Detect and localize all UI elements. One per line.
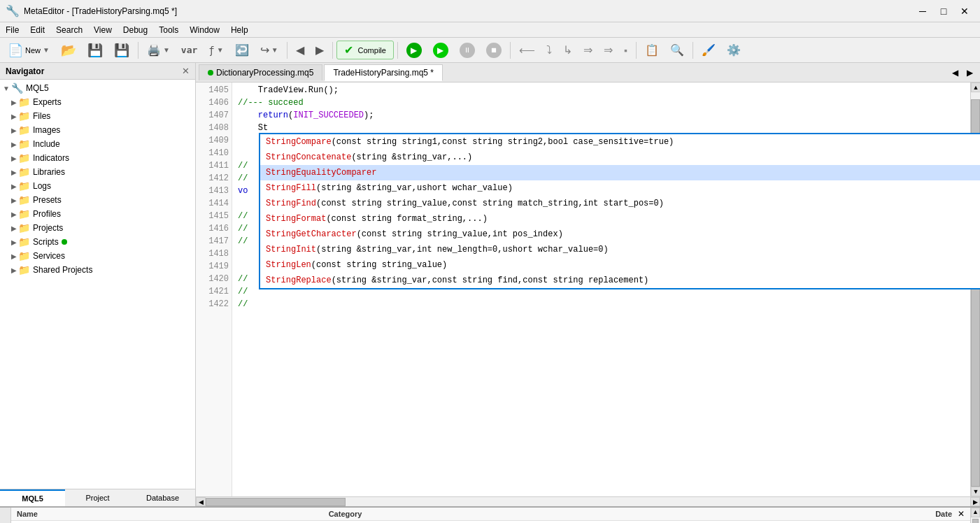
new-button[interactable]: 📄 New ▼ [3,40,55,61]
tree-item-profiles[interactable]: ▶ 📁 Profiles [0,207,195,221]
tree-item-presets[interactable]: ▶ 📁 Presets [0,193,195,207]
tree-item-libraries[interactable]: ▶ 📁 Libraries [0,165,195,179]
ac-item-stringfill[interactable]: StringFill(string &string_var,ushort wch… [260,180,980,196]
step-right-button[interactable]: ⇒ [599,41,618,59]
step-out-button[interactable]: ⇒ [578,41,597,59]
hscroll-left-button[interactable]: ◀ [196,497,206,506]
menu-view[interactable]: View [88,24,118,36]
bottom-scroll-up[interactable]: ▲ [971,508,980,517]
menu-search[interactable]: Search [50,24,88,36]
forward-icon: ▶ [315,43,324,57]
tree-root-mql5[interactable]: ▼ 🔧 MQL5 [0,81,195,95]
open-button[interactable]: 📂 [56,40,81,61]
bottom-scroll-thumb[interactable] [972,519,979,523]
undo-button[interactable]: ↩️ [230,41,254,59]
bottom-scrollbar[interactable]: ▲ ▼ [970,508,980,523]
tree-item-indicators[interactable]: ▶ 📁 Indicators [0,151,195,165]
hscroll-thumb[interactable] [206,498,346,506]
ac-item-stringlen[interactable]: StringLen(const string string_value) [260,257,980,273]
hscroll-right-button[interactable]: ▶ [970,497,980,506]
menu-tools[interactable]: Tools [153,24,184,36]
line-num-1416: 1416 [199,222,229,235]
tree-item-experts[interactable]: ▶ 📁 Experts [0,95,195,109]
toolbar-sep-1 [138,42,139,59]
tree-label-images: Images [33,125,60,135]
menu-window[interactable]: Window [184,24,225,36]
settings-button[interactable]: ⚙️ [722,41,746,59]
copy-icon: 📋 [645,43,659,57]
clean-button[interactable]: 🖌️ [697,41,720,59]
step-into-button[interactable]: ↳ [558,41,577,59]
ac-item-stringfind[interactable]: StringFind(const string string_value,con… [260,196,980,211]
menu-debug[interactable]: Debug [118,24,153,36]
folder-icon-indicators: 📁 [18,152,30,164]
forward-button[interactable]: ▶ [311,41,329,59]
function-button[interactable]: ƒ ▼ [204,42,228,59]
tree-item-shared-projects[interactable]: ▶ 📁 Shared Projects [0,263,195,277]
start-button[interactable]: ▶ [402,40,427,61]
tab-label-dictionary: DictionaryProcessing.mq5 [216,68,313,78]
copy-button[interactable]: 📋 [640,41,664,59]
ac-item-stringconcatenate[interactable]: StringConcatenate(string &string_var,...… [260,150,980,165]
tab-dictionary-processing[interactable]: DictionaryProcessing.mq5 [199,64,322,80]
redo-button[interactable]: ↪ ▼ [255,41,283,59]
minimize-button[interactable]: ─ [913,4,932,18]
ac-item-stringreplace[interactable]: StringReplace(string &string_var,const s… [260,273,980,288]
var-button[interactable]: var [176,42,202,58]
tree-item-files[interactable]: ▶ 📁 Files [0,109,195,123]
tree-item-images[interactable]: ▶ 📁 Images [0,123,195,137]
tab-scroll-left-button[interactable]: ◀ [948,66,963,79]
save-all-button[interactable]: 💾 [109,40,134,61]
find-replace-button[interactable]: 🔍 [665,41,689,59]
bottom-panel-close-button[interactable]: ✕ [958,509,965,519]
nav-tab-project[interactable]: Project [65,489,130,506]
tree-label-include: Include [33,139,60,149]
editor-area: DictionaryProcessing.mq5 TradeHistoryPar… [196,63,980,506]
compile-button[interactable]: ✔ Compile [336,41,394,59]
tree-item-projects[interactable]: ▶ 📁 Projects [0,221,195,235]
scroll-down-button[interactable]: ▼ [971,487,980,496]
ac-item-stringcompare[interactable]: StringCompare(const string string1,const… [260,134,980,150]
ac-item-stringinit[interactable]: StringInit(string &string_var,int new_le… [260,242,980,257]
find-replace-icon: 🔍 [670,43,684,57]
step-out-icon: ⇒ [583,43,592,57]
ac-item-stringformat[interactable]: StringFormat(const string format_string,… [260,211,980,227]
settings-icon: ⚙️ [727,43,741,57]
play-button[interactable]: ▶ [428,40,453,61]
autocomplete-dropdown: StringCompare(const string string1,const… [259,133,980,289]
menu-help[interactable]: Help [225,24,254,36]
ac-item-stringequalitycomparer[interactable]: StringEqualityComparer [260,165,980,180]
close-button[interactable]: ✕ [955,4,974,18]
menu-edit[interactable]: Edit [24,24,50,36]
bottom-content-area: Name Category Date ✕ 📄 MQL as a Markup T… [11,508,970,523]
nav-tab-database[interactable]: Database [130,489,195,506]
tree-item-scripts[interactable]: ▶ 📁 Scripts [0,235,195,249]
clean-icon: 🖌️ [702,43,716,57]
horizontal-scrollbar[interactable]: ◀ ▶ [196,496,980,506]
menu-file[interactable]: File [0,24,24,36]
stop2-button[interactable]: ▪ [619,42,632,59]
step-over-button[interactable]: ⤵ [541,41,557,59]
toolbar-sep-4 [397,42,398,59]
stop-button[interactable]: ⏹ [481,40,506,61]
ac-item-stringgetcharacter[interactable]: StringGetCharacter(const string string_v… [260,227,980,242]
maximize-button[interactable]: □ [934,4,953,18]
scroll-up-button[interactable]: ▲ [971,83,980,92]
back-button[interactable]: ◀ [291,41,309,59]
tree-item-services[interactable]: ▶ 📁 Services [0,249,195,263]
save-button[interactable]: 💾 [83,40,108,61]
window-controls: ─ □ ✕ [913,4,974,18]
line-num-1407: 1407 [199,109,229,122]
navigator-close-button[interactable]: ✕ [182,66,190,76]
pause-button[interactable]: ⏸ [455,40,480,61]
print-button[interactable]: 🖨️ ▼ [142,41,175,59]
tab-trade-history[interactable]: TradeHistoryParsing.mq5 * [324,64,443,81]
tree-item-include[interactable]: ▶ 📁 Include [0,137,195,151]
line-num-1411: 1411 [199,159,229,172]
folder-icon-scripts: 📁 [18,236,30,248]
tab-scroll-right-button[interactable]: ▶ [963,66,977,79]
step-back-button[interactable]: ⟵ [514,41,540,59]
tree-item-logs[interactable]: ▶ 📁 Logs [0,179,195,193]
nav-tab-mql5[interactable]: MQL5 [0,489,65,506]
tree-root-label: MQL5 [26,83,49,93]
